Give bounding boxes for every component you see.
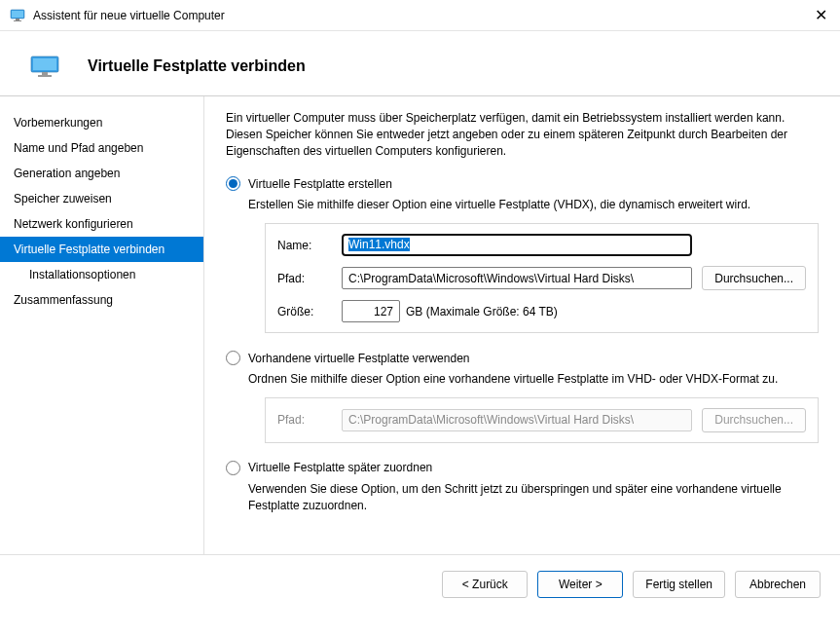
sidebar-item-installation[interactable]: Installationsoptionen xyxy=(0,262,203,287)
sidebar-item-festplatte[interactable]: Virtuelle Festplatte verbinden xyxy=(0,237,203,262)
radio-create-label: Virtuelle Festplatte erstellen xyxy=(248,177,392,191)
sidebar-item-speicher[interactable]: Speicher zuweisen xyxy=(0,186,203,211)
sidebar-item-generation[interactable]: Generation angeben xyxy=(0,161,203,186)
sidebar-item-name-pfad[interactable]: Name und Pfad angeben xyxy=(0,135,203,161)
existing-field-box: Pfad: Durchsuchen... xyxy=(265,397,819,443)
name-input[interactable] xyxy=(342,234,692,256)
wizard-icon xyxy=(29,55,60,78)
app-icon xyxy=(10,8,25,23)
option-existing-desc: Ordnen Sie mithilfe dieser Option eine v… xyxy=(248,371,819,388)
wizard-sidebar: Vorbemerkungen Name und Pfad angeben Gen… xyxy=(0,96,204,554)
window-title: Assistent für neue virtuelle Computer xyxy=(33,9,801,22)
size-label: Größe: xyxy=(277,305,332,318)
svg-rect-5 xyxy=(33,58,56,70)
option-later: Virtuelle Festplatte später zuordnen Ver… xyxy=(226,461,819,514)
option-create-desc: Erstellen Sie mithilfe dieser Option ein… xyxy=(248,197,819,213)
radio-existing[interactable] xyxy=(226,351,240,365)
create-field-box: Name: Pfad: Durchsuchen... Größe: GB (Ma… xyxy=(265,223,819,333)
sidebar-item-netzwerk[interactable]: Netzwerk konfigurieren xyxy=(0,211,203,237)
titlebar: Assistent für neue virtuelle Computer ✕ xyxy=(0,0,840,31)
radio-later-label: Virtuelle Festplatte später zuordnen xyxy=(248,461,432,474)
svg-rect-7 xyxy=(38,75,52,77)
close-button[interactable]: ✕ xyxy=(801,0,840,31)
existing-path-input xyxy=(342,409,692,431)
wizard-content: Ein virtueller Computer muss über Speich… xyxy=(204,96,840,554)
radio-existing-label: Vorhandene virtuelle Festplatte verwende… xyxy=(248,352,469,365)
path-input[interactable] xyxy=(342,267,692,289)
radio-create[interactable] xyxy=(226,176,240,191)
browse-create-button[interactable]: Durchsuchen... xyxy=(702,266,806,290)
option-existing: Vorhandene virtuelle Festplatte verwende… xyxy=(226,351,819,443)
svg-rect-6 xyxy=(42,72,48,75)
name-label: Name: xyxy=(277,239,332,252)
intro-text: Ein virtueller Computer muss über Speich… xyxy=(226,110,819,159)
svg-rect-3 xyxy=(14,20,21,21)
existing-path-label: Pfad: xyxy=(277,413,332,427)
size-input[interactable] xyxy=(342,300,400,322)
next-button[interactable]: Weiter > xyxy=(537,571,623,598)
browse-existing-button: Durchsuchen... xyxy=(702,408,806,432)
svg-rect-2 xyxy=(16,19,19,20)
size-unit: GB (Maximale Größe: 64 TB) xyxy=(406,305,558,318)
wizard-header: Virtuelle Festplatte verbinden xyxy=(0,31,840,95)
radio-later[interactable] xyxy=(226,461,240,475)
back-button[interactable]: < Zurück xyxy=(442,571,528,598)
option-later-desc: Verwenden Sie diese Option, um den Schri… xyxy=(248,481,819,514)
option-create: Virtuelle Festplatte erstellen Erstellen… xyxy=(226,176,819,333)
finish-button[interactable]: Fertig stellen xyxy=(633,571,725,598)
path-label: Pfad: xyxy=(277,272,332,285)
page-title: Virtuelle Festplatte verbinden xyxy=(88,57,306,75)
sidebar-item-vorbemerkungen[interactable]: Vorbemerkungen xyxy=(0,110,203,135)
sidebar-item-zusammenfassung[interactable]: Zusammenfassung xyxy=(0,287,203,313)
cancel-button[interactable]: Abbrechen xyxy=(735,571,821,598)
svg-rect-1 xyxy=(12,11,23,18)
wizard-footer: < Zurück Weiter > Fertig stellen Abbrech… xyxy=(0,554,840,614)
